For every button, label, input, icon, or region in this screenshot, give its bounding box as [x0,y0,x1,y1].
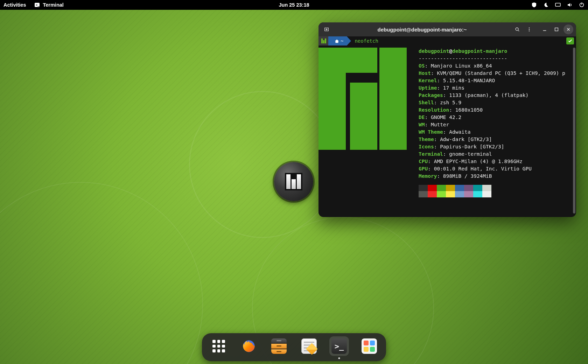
clock[interactable]: Jun 25 23:18 [279,2,309,8]
close-button[interactable] [564,24,573,34]
manjaro-glyph-icon [321,38,326,43]
neofetch-row: Host: KVM/QEMU (Standard PC (Q35 + ICH9,… [419,70,573,77]
software-icon [362,338,377,354]
minimize-button[interactable] [540,24,550,34]
gnome-top-bar: Activities >_ Terminal Jun 25 23:18 [0,0,588,10]
dock-terminal[interactable]: >_ [329,336,349,356]
neofetch-separator: ----------------------------- [419,55,573,62]
terminal-app-icon: >_ [34,2,40,8]
prompt-distro-segment [318,36,328,46]
svg-rect-13 [323,40,324,43]
neofetch-row: Packages: 1133 (pacman), 4 (flatpak) [419,92,573,99]
prompt-command: neofetch [355,38,378,44]
text-editor-icon [301,338,317,354]
dock-files[interactable] [269,336,289,356]
neofetch-row: WM: Mutter [419,121,573,128]
svg-point-9 [529,30,530,31]
desktop-manjaro-emblem [274,162,313,201]
neofetch-row: Icons: Papirus-Dark [GTK2/3] [419,143,573,150]
app-grid-icon [212,340,225,352]
neofetch-row: Terminal: gnome-terminal [419,150,573,158]
neofetch-row: GPU: 00:01.0 Red Hat, Inc. Virtio GPU [419,165,573,173]
power-icon[interactable] [579,2,584,8]
dash-dock: >_ [202,333,386,361]
neofetch-row: DE: GNOME 42.2 [419,114,573,121]
prompt-bar: ~ neofetch [318,36,576,46]
hamburger-menu-button[interactable] [524,24,534,34]
dock-show-apps[interactable] [209,336,229,356]
svg-rect-10 [543,30,546,31]
svg-rect-12 [321,38,323,43]
terminal-output[interactable]: debugpoint@debugpoint-manjaro-----------… [318,46,576,217]
svg-point-8 [529,29,530,30]
dock-firefox[interactable] [239,336,259,356]
neofetch-row: Memory: 898MiB / 3924MiB [419,173,573,180]
neofetch-row: Resolution: 1680x1050 [419,106,573,114]
neofetch-palette [419,185,573,197]
neofetch-row: CPU: AMD EPYC-Milan (4) @ 1.896GHz [419,158,573,165]
svg-rect-11 [555,28,558,31]
neofetch-ascii-logo [318,48,407,150]
neofetch-row: Uptime: 17 mins [419,84,573,92]
volume-icon[interactable] [567,2,573,8]
search-button[interactable] [512,24,522,34]
neofetch-row: OS: Manjaro Linux x86_64 [419,62,573,70]
activities-button[interactable]: Activities [4,2,26,8]
window-headerbar: debugpoint@debugpoint-manjaro:~ [318,22,576,36]
svg-rect-2 [555,3,560,6]
svg-text:>_: >_ [36,3,40,7]
home-icon [335,39,339,43]
neofetch-row: Theme: Adw-dark [GTK2/3] [419,136,573,143]
new-tab-button[interactable] [321,24,332,34]
check-icon [568,39,572,43]
window-title: debugpoint@debugpoint-manjaro:~ [334,27,510,33]
neofetch-row: WM Theme: Adwaita [419,128,573,136]
neofetch-userhost: debugpoint@debugpoint-manjaro [419,48,573,55]
firefox-icon [242,339,256,353]
terminal-scrollbar[interactable] [573,48,575,214]
svg-rect-14 [325,38,326,43]
dock-software[interactable] [359,336,379,356]
neofetch-row: Shell: zsh 5.9 [419,99,573,106]
terminal-icon: >_ [331,338,347,354]
svg-point-6 [516,28,518,30]
terminal-window: debugpoint@debugpoint-manjaro:~ ~ neofet… [318,22,576,217]
files-icon [271,338,287,354]
privacy-shield-icon[interactable] [531,2,537,8]
neofetch-row: Kernel: 5.15.48-1-MANJARO [419,77,573,84]
night-light-icon[interactable] [543,2,549,8]
display-icon[interactable] [555,2,561,8]
focused-app-indicator[interactable]: >_ Terminal [34,2,63,8]
focused-app-label: Terminal [43,2,63,8]
prompt-path-segment: ~ [328,36,347,46]
dock-text-editor[interactable] [299,336,319,356]
svg-rect-4 [581,3,582,5]
svg-point-7 [529,27,530,28]
running-indicator-dot [338,357,340,359]
maximize-button[interactable] [552,24,561,34]
prompt-status-ok [566,37,574,44]
